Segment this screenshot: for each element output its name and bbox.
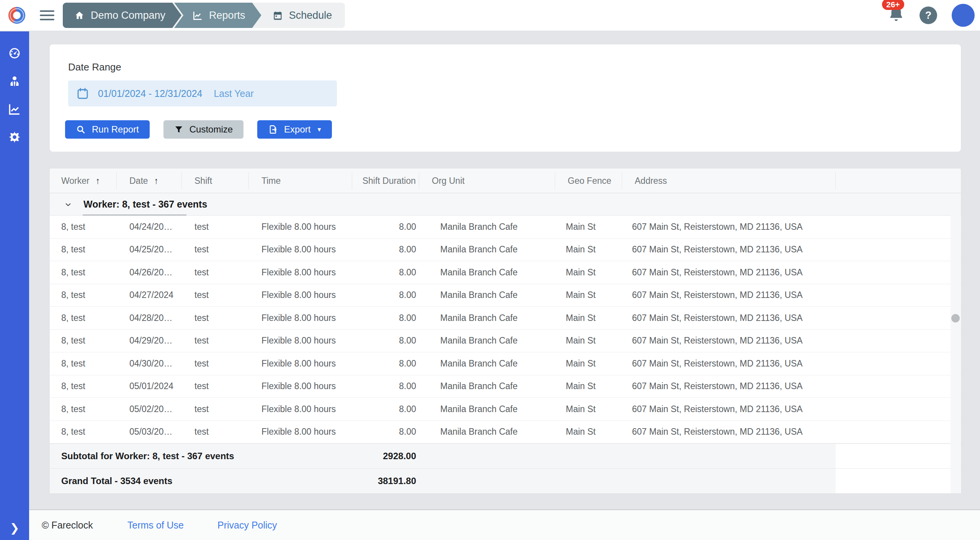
- table-scrollbar-track[interactable]: [951, 193, 960, 493]
- people-icon: [8, 74, 21, 88]
- group-header-row[interactable]: Worker: 8, test - 367 events: [50, 193, 961, 216]
- column-header-empty: [836, 172, 961, 189]
- topbar: Demo Company Reports Schedule 26+ ?: [0, 0, 980, 31]
- notifications-button[interactable]: 26+: [887, 6, 905, 25]
- chevron-down-icon: ▾: [317, 125, 321, 134]
- table-row[interactable]: 8, test 05/02/20… test Flexible 8.00 hou…: [50, 398, 961, 421]
- breadcrumb-reports[interactable]: Reports: [174, 3, 261, 28]
- sidebar-item-people[interactable]: [0, 67, 29, 95]
- table-row[interactable]: 8, test 04/29/20… test Flexible 8.00 hou…: [50, 330, 961, 353]
- subtotal-value: 2928.00: [352, 451, 419, 461]
- breadcrumb: Demo Company Reports Schedule: [63, 3, 345, 28]
- date-range-title: Date Range: [68, 61, 121, 73]
- column-header-geo-fence[interactable]: Geo Fence: [555, 172, 622, 189]
- column-header-shift[interactable]: Shift: [182, 172, 249, 189]
- collapse-group-chevron-icon[interactable]: [64, 200, 73, 209]
- fareclock-logo-icon: [8, 7, 25, 24]
- filter-buttons: Run Report Customize Export ▾: [65, 120, 332, 139]
- table-row[interactable]: 8, test 05/01/2024 test Flexible 8.00 ho…: [50, 375, 961, 398]
- footer: © Fareclock Terms of Use Privacy Policy: [29, 509, 980, 540]
- grand-total-label: Grand Total - 3534 events: [50, 476, 352, 486]
- group-underline: [83, 214, 186, 216]
- dashboard-icon: [8, 46, 21, 60]
- breadcrumb-company-label: Demo Company: [91, 10, 165, 21]
- column-header-worker[interactable]: Worker↑: [50, 172, 117, 189]
- search-icon: [76, 124, 86, 134]
- sidebar-item-dashboard[interactable]: [0, 39, 29, 67]
- table-header-row: Worker↑ Date↑ Shift Time Shift Duration …: [50, 169, 961, 193]
- table-row[interactable]: 8, test 04/28/20… test Flexible 8.00 hou…: [50, 307, 961, 330]
- table-row[interactable]: 8, test 04/26/20… test Flexible 8.00 hou…: [50, 261, 961, 284]
- help-button[interactable]: ?: [920, 7, 937, 24]
- breadcrumb-reports-label: Reports: [209, 10, 245, 21]
- column-header-shift-duration[interactable]: Shift Duration: [352, 172, 419, 189]
- group-header-label: Worker: 8, test - 367 events: [83, 199, 207, 210]
- column-header-org-unit[interactable]: Org Unit: [419, 172, 555, 189]
- reports-icon: [8, 102, 21, 116]
- table-row[interactable]: 8, test 04/24/20… test Flexible 8.00 hou…: [50, 216, 961, 239]
- export-button[interactable]: Export ▾: [257, 120, 332, 139]
- breadcrumb-schedule[interactable]: Schedule: [254, 3, 345, 28]
- copyright-text: © Fareclock: [42, 520, 93, 531]
- help-label: ?: [925, 10, 932, 21]
- report-table: Worker↑ Date↑ Shift Time Shift Duration …: [50, 169, 961, 493]
- export-icon: [268, 124, 278, 134]
- breadcrumb-company[interactable]: Demo Company: [63, 3, 181, 28]
- filters-card: Date Range 01/01/2024 - 12/31/2024 Last …: [50, 44, 961, 152]
- column-header-date[interactable]: Date↑: [117, 172, 182, 189]
- breadcrumb-schedule-label: Schedule: [289, 10, 332, 21]
- privacy-policy-link[interactable]: Privacy Policy: [217, 520, 277, 531]
- table-row[interactable]: 8, test 04/25/20… test Flexible 8.00 hou…: [50, 239, 961, 262]
- table-row[interactable]: 8, test 04/27/2024 test Flexible 8.00 ho…: [50, 284, 961, 307]
- sidebar: ❯: [0, 31, 29, 540]
- funnel-icon: [174, 125, 183, 134]
- column-header-address[interactable]: Address: [622, 172, 836, 189]
- topbar-actions: 26+ ?: [887, 4, 975, 27]
- date-range-value: 01/01/2024 - 12/31/2024: [98, 88, 202, 99]
- settings-icon: [8, 130, 21, 144]
- calendar-icon: [76, 87, 90, 100]
- home-icon: [74, 10, 85, 21]
- sidebar-item-reports[interactable]: [0, 95, 29, 123]
- customize-button[interactable]: Customize: [163, 120, 243, 139]
- hamburger-menu-icon[interactable]: [40, 8, 54, 23]
- column-header-time[interactable]: Time: [249, 172, 352, 189]
- grand-total-row: Grand Total - 3534 events 38191.80: [50, 468, 961, 493]
- subtotal-row: Subtotal for Worker: 8, test - 367 event…: [50, 443, 961, 468]
- calendar-icon: [273, 10, 283, 21]
- sidebar-expand-button[interactable]: ❯: [10, 522, 19, 534]
- run-report-button[interactable]: Run Report: [65, 120, 150, 139]
- sort-asc-icon: ↑: [96, 176, 100, 186]
- chart-icon: [193, 10, 203, 21]
- table-body: 8, test 04/24/20… test Flexible 8.00 hou…: [50, 216, 961, 443]
- terms-of-use-link[interactable]: Terms of Use: [127, 520, 184, 531]
- user-avatar[interactable]: [952, 4, 975, 27]
- notifications-badge: 26+: [882, 0, 904, 10]
- table-row[interactable]: 8, test 04/30/20… test Flexible 8.00 hou…: [50, 352, 961, 375]
- sort-asc-icon: ↑: [154, 176, 159, 186]
- date-range-preset: Last Year: [214, 88, 253, 99]
- table-scrollbar-thumb[interactable]: [951, 314, 960, 322]
- date-range-input[interactable]: 01/01/2024 - 12/31/2024 Last Year: [68, 80, 337, 106]
- grand-total-value: 38191.80: [352, 476, 419, 486]
- subtotal-label: Subtotal for Worker: 8, test - 367 event…: [50, 451, 352, 461]
- sidebar-item-settings[interactable]: [0, 123, 29, 151]
- table-row[interactable]: 8, test 05/03/20… test Flexible 8.00 hou…: [50, 421, 961, 444]
